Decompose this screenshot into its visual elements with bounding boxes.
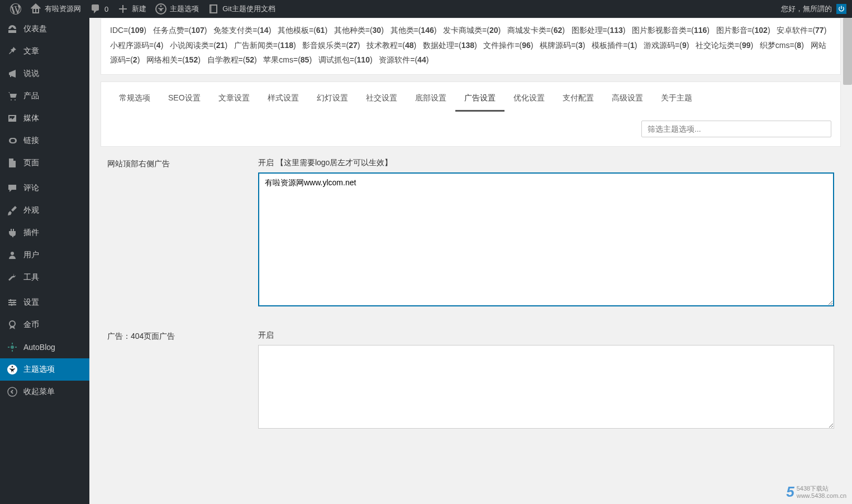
user-icon (7, 249, 18, 261)
tab-item[interactable]: 高级设置 (603, 90, 652, 112)
sidebar-item-settings[interactable]: 设置 (0, 291, 89, 314)
tag-item[interactable]: 游戏源码=(9) (644, 41, 689, 50)
tag-item[interactable]: 其他种类=(30) (334, 26, 384, 35)
tag-item[interactable]: 免签支付类=(14) (213, 26, 271, 35)
admin-sidebar: 仪表盘文章说说产品媒体链接页面评论外观插件用户工具设置金币AutoBlog主题选… (0, 18, 89, 464)
git-docs-link[interactable]: Git主题使用文档 (203, 0, 280, 18)
sidebar-item-brush[interactable]: 外观 (0, 199, 89, 222)
sidebar-item-award[interactable]: 金币 (0, 314, 89, 336)
tag-item[interactable]: 文件操作=(96) (483, 41, 533, 50)
tag-item[interactable]: 数据处理=(138) (423, 41, 477, 50)
tag-item[interactable]: 任务点赞=(107) (153, 26, 207, 35)
accessibility-icon (155, 3, 166, 15)
tag-item[interactable]: 资源软件=(44) (379, 55, 429, 64)
sidebar-item-label: 外观 (23, 205, 39, 215)
tag-item[interactable]: 图影处理=(113) (572, 26, 626, 35)
sidebar-item-label: 插件 (23, 228, 39, 238)
tab-item[interactable]: 支付配置 (554, 90, 603, 112)
git-docs-label: Git主题使用文档 (222, 4, 275, 14)
sidebar-item-media[interactable]: 媒体 (0, 107, 89, 129)
award-icon (7, 319, 18, 330)
sidebar-item-plugin[interactable]: 插件 (0, 222, 89, 244)
tag-item[interactable]: 社交论坛类=(99) (696, 41, 753, 50)
admin-bar: 有啦资源网 0 新建 主题选项 Git主题使用文档 您好，無所謂的 (0, 0, 852, 18)
tag-item[interactable]: 模板插件=(1) (592, 41, 637, 50)
tag-item[interactable]: 小说阅读类=(21) (170, 41, 227, 50)
tag-item[interactable]: 广告新闻类=(118) (234, 41, 296, 50)
tab-item[interactable]: 社交设置 (357, 90, 406, 112)
ad-404-textarea[interactable] (258, 345, 834, 429)
sidebar-item-link[interactable]: 链接 (0, 129, 89, 152)
tag-item[interactable]: 其他类=(146) (391, 26, 437, 35)
tabs-container: 常规选项SEO设置文章设置样式设置幻灯设置社交设置底部设置广告设置优化设置支付配… (101, 81, 841, 147)
theme-options-link[interactable]: 主题选项 (151, 0, 203, 18)
sidebar-item-autoblog[interactable]: AutoBlog (0, 336, 89, 358)
tag-item[interactable]: 调试抓包=(110) (318, 55, 373, 64)
sidebar-item-pin[interactable]: 文章 (0, 40, 89, 63)
sidebar-item-page[interactable]: 页面 (0, 152, 89, 174)
sidebar-item-tools[interactable]: 工具 (0, 266, 89, 289)
sidebar-item-label: 媒体 (23, 113, 39, 123)
svg-rect-6 (10, 299, 11, 301)
sidebar-item-label: AutoBlog (23, 343, 55, 352)
avatar[interactable] (836, 4, 846, 14)
svg-point-10 (11, 345, 14, 349)
greeting[interactable]: 您好，無所謂的 (781, 4, 832, 14)
tag-item[interactable]: IDC=(109) (110, 26, 146, 35)
tab-item[interactable]: 关于主题 (652, 90, 701, 112)
wp-logo[interactable] (6, 0, 26, 18)
sidebar-item-label: 设置 (23, 297, 39, 308)
top-right-ad-textarea[interactable] (258, 172, 834, 306)
sidebar-item-dashboard[interactable]: 仪表盘 (0, 18, 89, 40)
tab-item[interactable]: 广告设置 (455, 90, 504, 112)
tag-item[interactable]: 安卓软件=(77) (777, 26, 826, 35)
tag-item[interactable]: 小程序源码=(4) (110, 41, 163, 50)
svg-point-12 (12, 366, 13, 368)
sidebar-item-megaphone[interactable]: 说说 (0, 63, 89, 85)
tab-item[interactable]: 优化设置 (504, 90, 554, 112)
sidebar-item-accessibility[interactable]: 主题选项 (0, 358, 89, 381)
svg-point-1 (160, 6, 162, 7)
sidebar-item-label: 产品 (23, 91, 39, 101)
tab-item[interactable]: 幻灯设置 (308, 90, 357, 112)
tag-item[interactable]: 图片影音=(102) (716, 26, 770, 35)
tag-item[interactable]: 棋牌源码=(3) (540, 41, 585, 50)
tab-item[interactable]: 底部设置 (406, 90, 455, 112)
field-label: 广告：404页面广告 (107, 330, 241, 430)
site-name-link[interactable]: 有啦资源网 (26, 0, 85, 18)
tab-item[interactable]: 常规选项 (110, 90, 159, 112)
sidebar-item-comment[interactable]: 评论 (0, 177, 89, 199)
svg-rect-7 (13, 301, 15, 304)
svg-rect-4 (8, 302, 16, 303)
field-404-ad: 广告：404页面广告 开启 (101, 319, 841, 441)
sidebar-item-cart[interactable]: 产品 (0, 85, 89, 107)
tab-item[interactable]: 样式设置 (259, 90, 308, 112)
new-item-link[interactable]: 新建 (113, 0, 151, 18)
comment-icon (90, 3, 101, 15)
accessibility-icon (7, 364, 18, 375)
tag-item[interactable]: 其他模板=(61) (278, 26, 327, 35)
plugin-icon (7, 227, 18, 238)
collapse-icon (7, 386, 18, 397)
theme-options-label: 主题选项 (170, 4, 199, 14)
tag-item[interactable]: 技术教程=(48) (366, 41, 416, 50)
tag-item[interactable]: 商城发卡类=(62) (507, 26, 565, 35)
sidebar-item-label: 收起菜单 (23, 387, 55, 397)
tag-item[interactable]: 网络相关=(152) (146, 55, 201, 64)
tag-item[interactable]: 图片影视影音类=(116) (632, 26, 710, 35)
tag-item[interactable]: 自学教程=(52) (207, 55, 257, 64)
tag-item[interactable]: 织梦cms=(8) (760, 41, 804, 50)
tab-item[interactable]: 文章设置 (210, 90, 259, 112)
svg-point-13 (8, 387, 17, 396)
tag-item[interactable]: 影音娱乐类=(27) (302, 41, 360, 50)
brush-icon (7, 205, 18, 216)
sidebar-item-user[interactable]: 用户 (0, 244, 89, 266)
cart-icon (7, 90, 18, 102)
tab-item[interactable]: SEO设置 (159, 90, 210, 112)
sidebar-item-collapse[interactable]: 收起菜单 (0, 381, 89, 403)
tag-item[interactable]: 苹果cms=(85) (263, 55, 312, 64)
tag-item[interactable]: 发卡商城类=(20) (443, 26, 501, 35)
filter-input[interactable] (641, 121, 831, 137)
book-icon (208, 3, 219, 15)
comments-link[interactable]: 0 (85, 0, 113, 18)
